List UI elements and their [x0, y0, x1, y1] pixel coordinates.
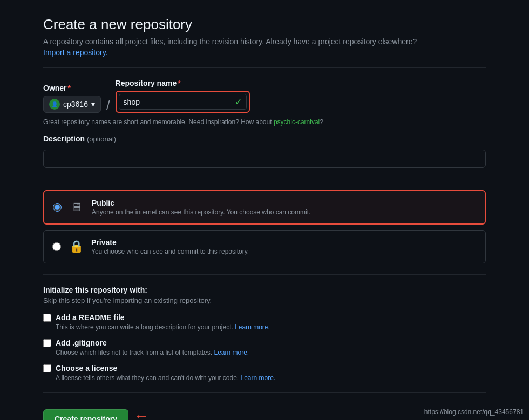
repo-name-label: Repository name*: [116, 79, 250, 87]
mid-divider1: [43, 179, 486, 179]
gitignore-label: Add .gitignore: [56, 338, 107, 347]
bottom-divider: [43, 392, 486, 393]
import-link[interactable]: Import a repository.: [43, 48, 108, 57]
license-checkbox[interactable]: [43, 364, 51, 372]
readme-checkbox[interactable]: [43, 314, 51, 322]
slash-separator: /: [106, 99, 110, 113]
repo-name-input[interactable]: [124, 98, 232, 106]
license-desc: A license tells others what they can and…: [56, 374, 486, 382]
init-title: Initialize this repository with:: [43, 286, 486, 294]
gitignore-option: Add .gitignore Choose which files not to…: [43, 338, 486, 356]
mid-divider2: [43, 274, 486, 275]
owner-avatar: 👤: [49, 99, 60, 110]
gitignore-row: Add .gitignore: [43, 338, 486, 347]
license-option: Choose a license A license tells others …: [43, 364, 486, 382]
public-icon: 🖥: [68, 200, 85, 214]
owner-repo-row: Owner* 👤 cp3616 ▾ / Repository name* ✓: [43, 79, 486, 113]
page-title: Create a new repository: [43, 16, 486, 33]
gitignore-learn-link[interactable]: Learn more.: [214, 349, 249, 356]
dropdown-arrow: ▾: [91, 100, 95, 109]
public-text-group: Public Anyone on the internet can see th…: [92, 199, 476, 216]
description-input[interactable]: [43, 150, 486, 168]
license-row: Choose a license: [43, 364, 486, 372]
owner-label: Owner*: [43, 84, 101, 92]
description-field-group: Description (optional): [43, 134, 486, 168]
private-desc: You choose who can see and commit to thi…: [91, 248, 477, 255]
readme-label: Add a README file: [56, 313, 125, 322]
visibility-section: 🖥 Public Anyone on the internet can see …: [43, 190, 486, 263]
repo-name-input-wrapper: ✓: [119, 94, 247, 110]
owner-dropdown[interactable]: 👤 cp3616 ▾: [43, 96, 101, 113]
readme-option: Add a README file This is where you can …: [43, 313, 486, 331]
init-section: Initialize this repository with: Skip th…: [43, 286, 486, 382]
repo-name-hint: Great repository names are short and mem…: [43, 118, 486, 126]
arrow-annotation: ←: [134, 408, 149, 420]
check-icon: ✓: [235, 97, 242, 107]
lock-icon: 🔒: [67, 240, 85, 254]
repo-name-box: ✓: [116, 91, 250, 113]
public-option[interactable]: 🖥 Public Anyone on the internet can see …: [43, 190, 486, 225]
create-repository-button[interactable]: Create repository: [43, 409, 128, 420]
private-text-group: Private You choose who can see and commi…: [91, 238, 477, 255]
public-radio[interactable]: [53, 203, 62, 212]
gitignore-checkbox[interactable]: [43, 339, 51, 347]
private-radio[interactable]: [52, 242, 61, 251]
license-label: Choose a license: [56, 364, 117, 372]
public-title: Public: [92, 199, 476, 207]
license-learn-link[interactable]: Learn more.: [241, 374, 276, 382]
init-subtitle: Skip this step if you're importing an ex…: [43, 296, 486, 304]
owner-value: cp3616: [63, 100, 88, 109]
top-divider: [43, 67, 486, 68]
owner-field-group: Owner* 👤 cp3616 ▾: [43, 84, 101, 113]
public-desc: Anyone on the internet can see this repo…: [92, 208, 476, 216]
page-subtitle: A repository contains all project files,…: [43, 37, 486, 46]
readme-desc: This is where you can write a long descr…: [56, 323, 486, 331]
btn-row: Create repository ←: [43, 404, 486, 420]
private-title: Private: [91, 238, 477, 247]
repo-name-field-group: Repository name* ✓: [116, 79, 250, 113]
suggestion-link[interactable]: psychic-carnival: [274, 118, 320, 126]
watermark: https://blog.csdn.net/qq_43456781: [424, 408, 524, 416]
readme-learn-link[interactable]: Learn more.: [235, 323, 270, 331]
gitignore-desc: Choose which files not to track from a l…: [56, 349, 486, 356]
readme-row: Add a README file: [43, 313, 486, 322]
private-option[interactable]: 🔒 Private You choose who can see and com…: [43, 230, 486, 263]
description-label: Description (optional): [43, 134, 486, 143]
